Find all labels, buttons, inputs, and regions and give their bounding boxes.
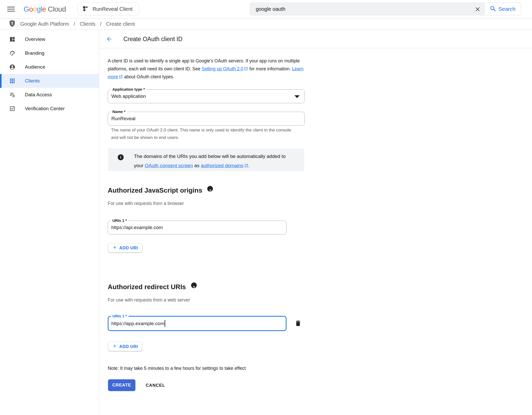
sidebar-item-clients[interactable]: Clients [0, 74, 99, 88]
intro-text: for more information. [248, 66, 292, 71]
breadcrumb-item-create-client: Create client [106, 21, 135, 27]
search-icon [490, 5, 496, 13]
back-arrow-icon[interactable] [106, 36, 113, 42]
list-settings-icon [9, 92, 15, 98]
info-icon [118, 154, 124, 160]
apps-grid-icon [9, 78, 15, 84]
sidebar-nav: Overview Branding Audience Clients Data … [0, 30, 99, 415]
redirect-uris-heading: Authorized redirect URIs [108, 282, 197, 291]
application-type-dropdown[interactable]: Application type * Web application [108, 89, 305, 103]
info-text: . [248, 163, 250, 168]
page-header: Create OAuth client ID [99, 30, 532, 48]
name-helper-text: The name of your OAuth 2.0 client. This … [111, 126, 298, 141]
logo-cloud-text: Cloud [48, 5, 66, 13]
settings-note: Note: It may take 5 minutes to a few hou… [108, 366, 246, 371]
add-uri-label: ADD URI [119, 246, 138, 250]
hamburger-menu-icon[interactable] [7, 7, 15, 12]
external-link-icon [244, 65, 248, 70]
sidebar-item-label: Overview [25, 36, 45, 42]
js-origins-subtitle: For use with requests from a browser [108, 201, 184, 206]
logo-letter: G [24, 5, 29, 13]
sidebar-item-branding[interactable]: Branding [0, 46, 99, 60]
breadcrumb-item-auth-platform[interactable]: Google Auth Platform [20, 21, 69, 27]
info-banner: The domains of the URIs you add below wi… [108, 148, 304, 171]
project-selector-button[interactable]: RunReveal Client [77, 3, 139, 15]
logo-letter: o [29, 5, 33, 13]
section-heading-text: Authorized redirect URIs [108, 283, 186, 291]
sidebar-item-overview[interactable]: Overview [0, 32, 99, 46]
chevron-down-icon [294, 95, 300, 98]
oauth-consent-screen-link[interactable]: OAuth consent screen [145, 163, 193, 168]
help-icon[interactable] [207, 186, 213, 192]
application-type-value: Web application [111, 90, 294, 103]
logo-letter: e [42, 5, 46, 13]
add-uri-button-origins[interactable]: ADD URI [108, 243, 142, 252]
redirect-uris-subtitle: For use with requests from a web server [108, 297, 190, 303]
authorized-domains-link[interactable]: authorized domains [201, 163, 243, 168]
sidebar-item-verification-center[interactable]: Verification Center [0, 102, 99, 116]
account-icon [9, 64, 15, 70]
redirect-uri-value: https://app.example.com [111, 321, 164, 326]
search-bar: Search [250, 3, 521, 15]
external-link-icon [244, 162, 248, 166]
main-content: A client ID is used to identify a single… [99, 48, 532, 415]
sidebar-item-audience[interactable]: Audience [0, 60, 99, 74]
intro-text: about OAuth client types. [123, 74, 174, 79]
cancel-button[interactable]: CANCEL [144, 379, 167, 391]
sidebar-item-data-access[interactable]: Data Access [0, 88, 99, 102]
create-button[interactable]: CREATE [108, 379, 135, 391]
redirect-uri-field-focused[interactable]: URIs 1 * https://app.example.com [108, 316, 287, 331]
project-name: RunReveal Client [93, 6, 133, 12]
js-origins-heading: Authorized JavaScript origins [108, 186, 213, 194]
dashboard-icon [9, 36, 15, 42]
logo-letter: o [33, 5, 37, 13]
auth-platform-shield-icon [9, 20, 16, 29]
external-link-icon [119, 73, 123, 78]
name-input[interactable] [108, 112, 304, 125]
breadcrumb-item-clients[interactable]: Clients [80, 21, 95, 27]
breadcrumb: Google Auth Platform / Clients / Create … [0, 18, 532, 30]
breadcrumb-separator: / [74, 21, 75, 27]
project-icon [82, 5, 88, 13]
search-input-wrap [250, 3, 484, 15]
sidebar-item-label: Clients [25, 78, 40, 84]
page-title: Create OAuth client ID [123, 30, 182, 48]
sidebar-item-label: Branding [25, 50, 44, 56]
clear-search-icon[interactable] [475, 6, 481, 12]
help-icon[interactable] [191, 282, 197, 288]
delete-uri-trash-icon[interactable] [294, 319, 302, 327]
add-uri-label: ADD URI [119, 344, 138, 349]
plus-icon [112, 245, 117, 251]
checkbox-icon [9, 106, 15, 112]
sidebar-item-label: Verification Center [25, 106, 65, 111]
search-input[interactable] [250, 3, 484, 15]
plus-icon [112, 344, 117, 350]
js-origins-uri-field: URIs 1 * [108, 221, 287, 234]
breadcrumb-separator: / [100, 21, 102, 27]
intro-paragraph: A client ID is used to identify a single… [108, 57, 307, 81]
section-heading-text: Authorized JavaScript origins [108, 186, 202, 194]
add-uri-button-redirects[interactable]: ADD URI [108, 342, 142, 351]
sidebar-item-label: Data Access [25, 92, 52, 98]
text-cursor [165, 320, 165, 327]
setting-up-oauth-link[interactable]: Setting up OAuth 2.0 [202, 66, 243, 71]
info-text: as [193, 163, 201, 168]
search-button[interactable]: Search [484, 3, 521, 15]
top-bar: GoogleCloud RunReveal Client Search [0, 0, 532, 18]
search-button-label: Search [498, 6, 516, 12]
google-cloud-logo[interactable]: GoogleCloud [24, 0, 66, 18]
palette-icon [9, 50, 15, 56]
client-name-field: Name * [108, 112, 305, 126]
js-origins-uri-input[interactable] [108, 221, 286, 234]
logo-letter: g [37, 5, 41, 13]
sidebar-item-label: Audience [25, 64, 45, 70]
